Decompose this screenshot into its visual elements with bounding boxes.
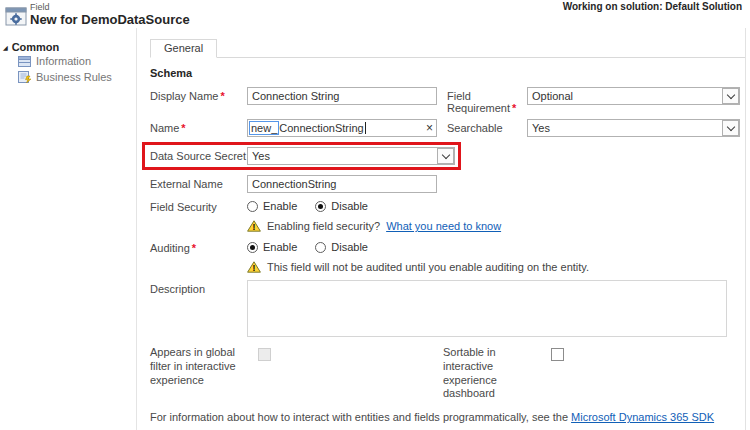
auditing-enable-option[interactable]: Enable <box>247 241 297 253</box>
radio-unselected-icon[interactable] <box>247 201 258 212</box>
sidebar-item-label: Information <box>36 55 91 67</box>
searchable-select[interactable]: Yes <box>527 119 740 137</box>
global-filter-checkbox[interactable] <box>258 348 271 361</box>
auditing-disable-option[interactable]: Disable <box>315 241 368 253</box>
field-security-warning: ! Enabling field security? What you need… <box>247 218 745 232</box>
row-interactive-options: Appears in global filter in interactive … <box>150 346 745 401</box>
external-name-label: External Name <box>150 175 247 190</box>
sortable-checkbox[interactable] <box>551 348 564 361</box>
field-form: Schema Display Name* Field Requirement* … <box>150 58 745 430</box>
searchable-label: Searchable <box>447 119 527 134</box>
field-requirement-label: Field Requirement* <box>447 87 527 114</box>
sidebar-item-information[interactable]: Information <box>0 53 136 69</box>
row-field-security: Field Security Enable Disable <box>150 198 745 213</box>
display-name-input[interactable] <box>247 87 437 105</box>
sidebar-group-label: Common <box>12 41 60 53</box>
schema-section-header: Schema <box>150 67 745 79</box>
sidebar-item-business-rules[interactable]: Business Rules <box>0 69 136 85</box>
name-prefix: new_ <box>249 121 279 135</box>
searchable-value: Yes <box>532 122 550 134</box>
auditing-radio-group: Enable Disable <box>247 239 368 253</box>
information-icon <box>18 55 31 67</box>
svg-text:!: ! <box>253 222 256 232</box>
name-input[interactable]: new_ ConnectionString × <box>247 119 437 137</box>
sdk-info: For information about how to interact wi… <box>150 411 745 423</box>
field-security-warning-text: Enabling field security? <box>267 220 380 232</box>
description-textarea[interactable] <box>247 280 727 337</box>
description-label: Description <box>150 280 247 295</box>
radio-selected-icon[interactable] <box>247 242 258 253</box>
global-filter-label: Appears in global filter in interactive … <box>150 346 250 387</box>
row-auditing: Auditing* Enable Disable <box>150 239 745 254</box>
auditing-warning: ! This field will not be audited until y… <box>247 259 745 273</box>
page-title: New for DemoDataSource <box>30 12 190 27</box>
text-cursor <box>365 122 366 134</box>
external-name-input[interactable] <box>247 175 437 193</box>
chevron-down-icon[interactable] <box>437 148 454 164</box>
data-source-secret-select[interactable]: Yes <box>247 147 455 165</box>
data-source-secret-value: Yes <box>252 150 270 162</box>
warning-icon: ! <box>247 220 261 232</box>
required-marker: * <box>220 90 224 102</box>
field-security-label: Field Security <box>150 198 247 213</box>
radio-unselected-icon[interactable] <box>315 242 326 253</box>
main-panel: General Schema Display Name* Field Requi… <box>137 28 750 430</box>
svg-text:!: ! <box>253 263 256 273</box>
sdk-link[interactable]: Microsoft Dynamics 365 SDK <box>571 411 714 423</box>
tab-strip: General <box>150 39 745 58</box>
row-external-name: External Name <box>150 175 745 193</box>
field-requirement-value: Optional <box>532 90 573 102</box>
sidebar: ◢ Common Information Business Rules <box>0 28 137 430</box>
business-rules-icon <box>18 71 31 83</box>
row-name: Name* new_ ConnectionString × Searchable… <box>150 119 745 137</box>
display-name-label: Display Name* <box>150 87 247 102</box>
field-window-gear-icon <box>5 6 27 28</box>
warning-icon: ! <box>247 261 261 273</box>
required-marker: * <box>192 242 196 254</box>
chevron-down-icon[interactable] <box>722 120 739 136</box>
name-value: ConnectionString <box>279 122 363 134</box>
auditing-label: Auditing* <box>150 239 247 254</box>
field-security-radio-group: Enable Disable <box>247 198 368 212</box>
clear-icon[interactable]: × <box>426 122 433 134</box>
tab-general[interactable]: General <box>150 39 217 58</box>
name-label: Name* <box>150 119 247 134</box>
content-right-border <box>745 28 746 430</box>
sdk-info-text: For information about how to interact wi… <box>150 411 571 423</box>
required-marker: * <box>181 122 185 134</box>
working-solution-label: Working on solution: Default Solution <box>563 1 742 12</box>
sidebar-item-label: Business Rules <box>36 71 112 83</box>
field-security-enable-option[interactable]: Enable <box>247 200 297 212</box>
required-marker: * <box>512 102 516 114</box>
red-annotation-box: Data Source Secret Yes <box>142 142 461 170</box>
sortable-label: Sortable in interactive experience dashb… <box>443 346 543 401</box>
data-source-secret-label: Data Source Secret <box>150 147 247 162</box>
auditing-warning-text: This field will not be audited until you… <box>267 261 589 273</box>
row-display-name: Display Name* Field Requirement* Optiona… <box>150 87 745 114</box>
row-data-source-secret: Data Source Secret Yes <box>150 147 458 165</box>
page-header: Field New for DemoDataSource Working on … <box>0 0 750 28</box>
radio-selected-icon[interactable] <box>315 201 326 212</box>
entity-type-label: Field <box>30 2 50 12</box>
sidebar-group-common[interactable]: ◢ Common <box>0 41 136 53</box>
expander-triangle-icon: ◢ <box>3 44 8 51</box>
row-description: Description <box>150 280 745 337</box>
chevron-down-icon[interactable] <box>722 88 739 104</box>
field-security-warning-link[interactable]: What you need to know <box>386 220 501 232</box>
field-requirement-select[interactable]: Optional <box>527 87 740 105</box>
field-security-disable-option[interactable]: Disable <box>315 200 368 212</box>
